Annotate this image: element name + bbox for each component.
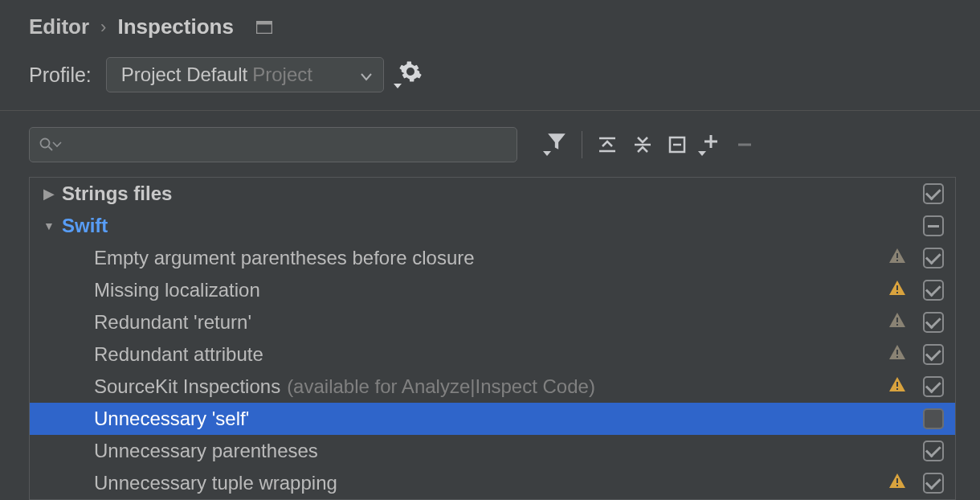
item-suffix: (available for Analyze|Inspect Code) xyxy=(287,375,595,398)
chevron-right-icon: › xyxy=(100,17,106,38)
item-label: Redundant attribute xyxy=(94,343,263,366)
svg-rect-13 xyxy=(896,260,898,261)
filter-icon[interactable] xyxy=(546,132,567,158)
svg-rect-14 xyxy=(896,285,898,290)
warning-icon xyxy=(888,472,907,494)
chevron-down-icon xyxy=(361,64,372,86)
svg-rect-16 xyxy=(896,318,898,322)
weak-warning-icon xyxy=(888,311,907,334)
item-label: Unnecessary 'self' xyxy=(94,408,249,430)
checkbox[interactable] xyxy=(923,344,944,365)
profile-scope: Project xyxy=(252,64,312,86)
breadcrumb-root[interactable]: Editor xyxy=(29,14,89,39)
tree-group-strings-files[interactable]: ▶ Strings files xyxy=(30,178,955,210)
item-label: Unnecessary parentheses xyxy=(94,440,318,462)
search-input[interactable] xyxy=(29,127,517,162)
tree-item-sourcekit[interactable]: SourceKit Inspections (available for Ana… xyxy=(30,371,955,403)
checkbox[interactable] xyxy=(923,183,944,204)
tree-item-empty-arg-paren[interactable]: Empty argument parentheses before closur… xyxy=(30,242,955,274)
chevron-down-icon xyxy=(52,141,62,148)
warning-icon xyxy=(888,279,907,301)
checkbox[interactable] xyxy=(923,376,944,397)
profile-row: Profile: Project Default Project xyxy=(0,57,980,110)
inspections-tree[interactable]: ▶ Strings files ▼ Swift Empty argument p… xyxy=(29,177,956,500)
chevron-right-icon: ▶ xyxy=(36,185,62,203)
tree-item-unnecessary-paren[interactable]: Unnecessary parentheses xyxy=(30,435,955,467)
svg-rect-1 xyxy=(256,21,272,24)
weak-warning-icon xyxy=(888,343,907,366)
svg-rect-19 xyxy=(896,356,898,358)
item-label: SourceKit Inspections xyxy=(94,375,280,398)
remove-icon[interactable] xyxy=(735,135,754,154)
tree-group-swift[interactable]: ▼ Swift xyxy=(30,210,955,242)
tree-item-redundant-attribute[interactable]: Redundant attribute xyxy=(30,338,955,371)
reset-icon[interactable] xyxy=(668,135,687,154)
checkbox[interactable] xyxy=(923,215,944,236)
open-in-new-window-icon[interactable] xyxy=(256,21,272,34)
svg-rect-20 xyxy=(896,382,898,387)
checkbox[interactable] xyxy=(923,473,944,494)
svg-rect-23 xyxy=(896,485,898,486)
chevron-down-icon: ▼ xyxy=(36,219,62,232)
item-label: Empty argument parentheses before closur… xyxy=(94,247,475,269)
svg-rect-18 xyxy=(896,350,898,355)
svg-rect-22 xyxy=(896,478,898,483)
tree-item-unnecessary-tuple[interactable]: Unnecessary tuple wrapping xyxy=(30,467,955,499)
toolbar-separator xyxy=(582,131,582,158)
group-label: Strings files xyxy=(62,182,172,205)
checkbox[interactable] xyxy=(923,280,944,301)
item-label: Unnecessary tuple wrapping xyxy=(94,472,337,494)
svg-rect-15 xyxy=(896,292,898,293)
tree-item-redundant-return[interactable]: Redundant 'return' xyxy=(30,306,955,338)
checkbox[interactable] xyxy=(923,441,944,461)
weak-warning-icon xyxy=(888,247,907,269)
group-label: Swift xyxy=(62,215,108,237)
breadcrumb: Editor › Inspections xyxy=(0,0,980,57)
item-label: Missing localization xyxy=(94,279,260,301)
checkbox[interactable] xyxy=(923,408,944,429)
checkbox[interactable] xyxy=(923,248,944,268)
search-toolbar xyxy=(0,111,980,177)
add-icon[interactable] xyxy=(701,132,721,158)
expand-all-icon[interactable] xyxy=(597,135,618,154)
profile-label: Profile: xyxy=(29,64,92,87)
breadcrumb-inspections[interactable]: Inspections xyxy=(117,14,233,39)
profile-dropdown[interactable]: Project Default Project xyxy=(106,57,384,92)
checkbox[interactable] xyxy=(923,312,944,333)
svg-point-2 xyxy=(41,139,50,148)
collapse-all-icon[interactable] xyxy=(632,135,653,154)
settings-gear-icon[interactable] xyxy=(398,59,423,90)
warning-icon xyxy=(888,375,907,398)
svg-rect-17 xyxy=(896,324,898,326)
svg-rect-21 xyxy=(896,388,898,390)
svg-rect-12 xyxy=(896,253,898,258)
search-field[interactable] xyxy=(67,134,507,155)
item-label: Redundant 'return' xyxy=(94,311,251,334)
tree-item-unnecessary-self[interactable]: Unnecessary 'self' xyxy=(30,403,955,435)
tree-item-missing-localization[interactable]: Missing localization xyxy=(30,274,955,306)
profile-name: Project Default xyxy=(121,64,247,86)
